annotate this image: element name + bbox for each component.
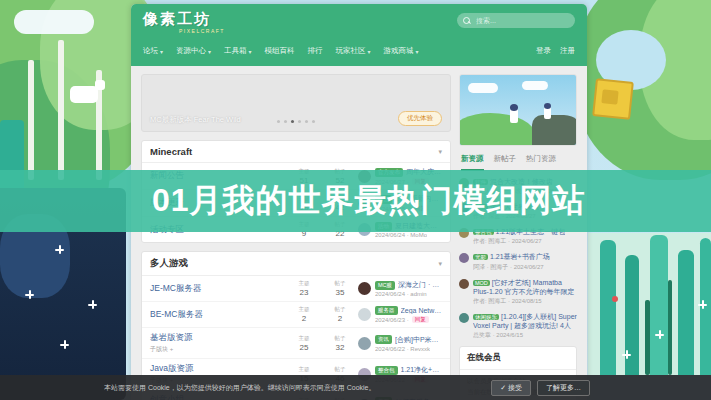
threads-count: 23 [286,288,322,297]
sidebar-list-item: MOD[它好才艺纸] Mamatba Plus-1.20 官方不允许的每年限定版… [459,278,577,306]
animal-shape [70,86,98,103]
posts-count: 2 [322,314,358,323]
sidebar-list-item: 光影1.21基岩+书香广场 阿泽 · 图海子 · 2024/06/27 [459,252,577,271]
carousel-dot-active[interactable] [291,120,294,123]
resource-meta: 作者: 图海工 · 2024/06/27 [473,237,565,246]
tab-new-posts[interactable]: 新帖子 [494,154,517,167]
grass-blade [678,250,694,375]
nav-item-community[interactable]: 玩家社区 ▾ [336,46,371,56]
last-post-meta: 2024/06/24 · admin [375,291,427,297]
posts-count: 35 [322,288,358,297]
grass-blade [650,235,668,375]
section-title: 多人游戏 [150,257,188,270]
character-shape [510,109,518,123]
last-post-link[interactable]: [合购]中P米人社招白 [395,335,442,345]
tab-new-resources[interactable]: 新资源 [461,154,484,171]
nav-item-wiki[interactable]: 模组百科 [265,46,295,56]
yellow-crate-detail [601,89,618,105]
collapse-icon[interactable]: ▾ [438,260,442,268]
cloud [14,10,94,34]
forum-row: 基岩版资源 子版块 + 主题 25 帖子 32 [142,328,450,359]
site-logo-subtitle: PIXELCRAFT [179,28,575,34]
sidebar-promo-image[interactable] [459,74,577,146]
last-post-meta: 2024/06/22 · Revxxk [375,346,430,352]
carousel-dot[interactable] [284,120,287,123]
character-head [544,103,551,109]
chevron-down-icon: ▾ [208,48,211,55]
resource-meta: 作者: 图海工 · 2024/08/15 [473,297,577,306]
cookie-learn-more-button[interactable]: 了解更多… [537,380,590,396]
last-post-link[interactable]: 深海之门 · 云电 开始搭建积木服务器 [398,280,442,290]
cloud [522,81,548,90]
register-button[interactable]: 注册 [560,46,575,56]
plant-stem [645,300,650,375]
sidebar-list-item: 休闲娱乐[1.20.4][多人联机] Super Voxel Party | 超… [459,312,577,340]
carousel-dot[interactable] [312,120,315,123]
sparkle-icon [655,330,664,339]
grass-blade [600,240,616,375]
chevron-down-icon: ▾ [160,48,163,55]
sparkle-icon [88,300,97,309]
login-button[interactable]: 登录 [536,46,551,56]
threads-count: 2 [286,314,322,323]
nav-item-ranking[interactable]: 排行 [308,46,323,56]
sparkle-icon [60,340,69,349]
subforum-link[interactable]: 子版块 + [150,345,286,354]
cookie-accept-button[interactable]: ✓ 接受 [491,380,531,396]
search-icon [463,17,470,24]
forum-link[interactable]: 基岩版资源 [150,332,286,344]
section-title: Minecraft [150,146,192,157]
reply-badge: 回复 [412,316,429,323]
last-post-link[interactable]: 1.21净化+月亮广场 [401,365,443,375]
sidebar: 新资源 新帖子 热门资源 软件混合大改造！修改齿 粘土人偶ユーク改造 · 202… [459,74,577,400]
carousel-dot[interactable] [277,120,280,123]
avatar [459,253,469,263]
resource-link[interactable]: MOD[它好才艺纸] Mamatba Plus-1.20 官方不允许的每年限定版… [473,278,577,296]
threads-count: 25 [286,343,322,352]
search-input[interactable] [474,16,569,25]
resource-meta: 阿泽 · 图海子 · 2024/06/27 [473,263,550,272]
cookie-bar: 本站需要使用 Cookie，以为您提供较好的用户体验。继续访问即表示同意使用 C… [0,375,711,400]
carousel-banner[interactable]: MC最新版本 Fear The Wild 优先体验 [141,74,451,132]
last-post-meta: 2024/06/23 · [375,317,409,323]
overlay-title: 01月我的世界最热门模组网站 [152,179,586,223]
resource-link[interactable]: 休闲娱乐[1.20.4][多人联机] Super Voxel Party | 超… [473,312,577,330]
collapse-icon[interactable]: ▾ [438,148,442,156]
carousel-dots [277,120,315,123]
rock-shape [532,115,577,146]
sparkle-icon [622,350,631,359]
forum-link[interactable]: JE-MC服务器 [150,283,286,295]
posts-count: 32 [322,343,358,352]
birch-trunk [28,60,34,180]
resource-badge: MOD [473,280,490,286]
carousel-dot[interactable] [305,120,308,123]
avatar [459,279,469,289]
animal-head [95,80,105,90]
banner-cta-button[interactable]: 优先体验 [398,111,442,126]
birch-trunk [58,40,64,180]
hill-shape [459,113,536,146]
nav-item-resources[interactable]: 资源中心 ▾ [176,46,211,56]
avatar [358,337,371,350]
tab-hot-resources[interactable]: 热门资源 [526,154,556,167]
sparkle-icon [698,300,707,309]
post-badge: MC服 [375,281,395,290]
sidebar-tabs: 新资源 新帖子 热门资源 [461,154,575,171]
resource-meta: 总奖章 · 2024/6/15 [473,331,577,340]
nav-item-toolbox[interactable]: 工具箱 ▾ [224,46,252,56]
post-badge: 资讯 [375,335,392,344]
sparkle-icon [55,245,64,254]
avatar [358,282,371,295]
forum-link[interactable]: BE-MC服务器 [150,309,286,321]
search-box[interactable] [457,13,575,28]
carousel-dot[interactable] [298,120,301,123]
resource-link[interactable]: 光影1.21基岩+书香广场 [473,252,550,261]
last-post-link[interactable]: Zega Network [401,307,443,314]
nav-item-shop[interactable]: 游戏商城 ▾ [384,46,419,56]
chevron-down-icon: ▾ [368,48,371,55]
nav-item-forum[interactable]: 论坛 ▾ [143,46,163,56]
chevron-down-icon: ▾ [249,48,252,55]
post-badge: 整合包 [375,366,398,375]
avatar [358,308,371,321]
forum-link[interactable]: Java版资源 [150,363,286,375]
